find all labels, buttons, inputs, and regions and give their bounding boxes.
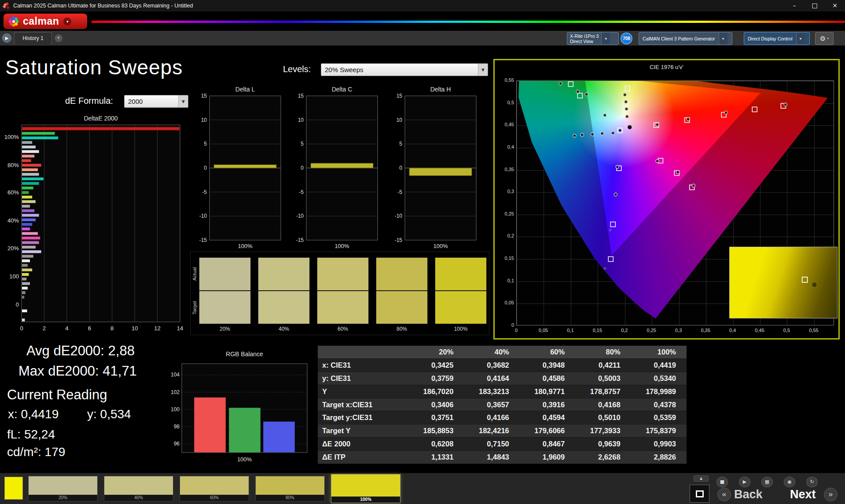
chevron-down-icon[interactable]: ▾ — [601, 33, 610, 44]
svg-text:2: 2 — [43, 325, 46, 332]
svg-text:20%: 20% — [7, 245, 19, 252]
table-row-label: Target y:CIE31 — [318, 411, 408, 424]
chevron-down-icon: ▾ — [827, 37, 829, 40]
table-cell: 0,4166 — [464, 411, 519, 424]
cie-ytick-label: 0,3 — [496, 189, 514, 194]
close-button[interactable]: × — [825, 0, 845, 11]
svg-text:80%: 80% — [7, 162, 19, 168]
svg-text:60%: 60% — [7, 189, 19, 196]
svg-text:RGB Balance: RGB Balance — [226, 351, 263, 358]
table-header: 40% — [464, 346, 519, 359]
delta-l-svg: Delta L151050-5-10-15100% — [194, 85, 287, 253]
table-cell: 2,8826 — [631, 450, 687, 464]
saturation-swatch-20%: 20% — [199, 257, 251, 333]
svg-text:15: 15 — [201, 93, 207, 99]
calman-logo[interactable]: calman ▾ — [4, 14, 87, 29]
save-button[interactable]: ▦ — [761, 477, 773, 487]
patch-button-60%[interactable]: 60% — [180, 476, 249, 501]
maximize-button[interactable]: □ — [805, 0, 825, 11]
patch-color — [104, 476, 173, 495]
cie-inset-markers-svg — [730, 247, 837, 318]
patch-button-40%[interactable]: 40% — [104, 476, 173, 501]
layout-square-icon — [696, 490, 704, 497]
patch-label: 20% — [29, 495, 97, 501]
back-button[interactable]: Back — [734, 488, 763, 501]
patch-label: 100% — [331, 497, 400, 503]
cie-ytick-label: 0 — [496, 322, 514, 328]
logo-bar: calman ▾ — [0, 11, 845, 31]
target-swatch — [258, 291, 310, 324]
table-cell: 185,8853 — [408, 424, 464, 438]
svg-text:96: 96 — [174, 441, 180, 447]
table-cell: 0,4211 — [575, 359, 631, 372]
play-button[interactable]: ▶ — [739, 477, 750, 487]
svg-text:-15: -15 — [296, 237, 304, 243]
minimize-button[interactable]: – — [784, 0, 805, 11]
add-tab-button[interactable]: + — [55, 34, 62, 42]
display-control-dropdown[interactable]: Direct Display Control ▾ — [744, 32, 810, 45]
table-header — [318, 346, 408, 359]
patch-button-100%[interactable]: 100% — [331, 474, 400, 503]
svg-text:0: 0 — [20, 325, 23, 332]
table-cell: 182,4216 — [464, 424, 519, 438]
svg-text:Delta H: Delta H — [430, 86, 451, 93]
saturation-swatch-40%: 40% — [258, 257, 310, 333]
meter-dropdown[interactable]: X-Rite i1Pro 3 Direct View ▾ — [567, 32, 619, 45]
cie-xtick-label: 0,45 — [755, 328, 764, 333]
current-reading-title: Current Reading — [7, 387, 107, 403]
tab-history-1[interactable]: History 1 — [14, 32, 52, 45]
target-swatch — [376, 291, 428, 324]
table-cell: 0,3425 — [408, 359, 464, 372]
measure-button[interactable]: ◉ — [784, 477, 795, 487]
layout-toggle-button[interactable] — [690, 485, 709, 503]
display-control-label: Direct Display Control — [744, 36, 796, 41]
stop-button[interactable]: ■ — [716, 477, 728, 487]
table-cell: 180,9771 — [520, 385, 575, 398]
window-title: Calman 2025 Calman Ultimate for Business… — [13, 3, 193, 9]
svg-text:10: 10 — [298, 117, 304, 123]
svg-text:15: 15 — [397, 93, 403, 99]
de-formula-dropdown[interactable]: 2000 ▼ — [124, 95, 188, 108]
svg-text:0: 0 — [399, 165, 402, 171]
target-swatch — [199, 291, 251, 324]
svg-text:98: 98 — [174, 424, 180, 430]
svg-text:Delta L: Delta L — [235, 86, 255, 93]
svg-text:100%: 100% — [238, 243, 253, 249]
cie-xtick-label: 0,1 — [567, 328, 573, 333]
svg-text:12: 12 — [154, 325, 160, 332]
svg-text:DeltaE 2000: DeltaE 2000 — [84, 115, 118, 122]
meter-badge: 708 — [621, 33, 632, 44]
loop-button[interactable]: ↻ — [806, 477, 818, 487]
chevron-down-icon[interactable]: ▾ — [719, 33, 727, 44]
title-bar: Calman 2025 Calman Ultimate for Business… — [0, 0, 845, 11]
next-button[interactable]: Next — [790, 488, 816, 501]
logo-dropdown-icon[interactable]: ▾ — [63, 18, 71, 26]
table-row: ΔE 20000,62080,71500,84670,96390,9903 — [318, 438, 687, 451]
bottom-bar: 20%40%60%80%100% ▲ ■▶▦◉↻ « Back Next » — [0, 473, 845, 504]
window-controls: – □ × — [784, 0, 845, 11]
calman-logo-text: calman — [23, 15, 59, 27]
settings-button[interactable]: ⚙ ▾ — [815, 32, 834, 45]
de-formula-label: dE Formula: — [65, 96, 113, 106]
svg-text:100%: 100% — [237, 456, 252, 463]
chevron-down-icon[interactable]: ▾ — [796, 33, 805, 44]
patch-button-80%[interactable]: 80% — [255, 476, 325, 501]
history-nav-arrow[interactable]: ▶ — [2, 33, 11, 43]
pattern-generator-dropdown[interactable]: CalMAN Client 3 Pattern Generator ▾ — [639, 32, 732, 45]
collapse-up-button[interactable]: ▲ — [694, 475, 709, 482]
target-swatch — [317, 291, 369, 324]
cie-zoom-inset — [729, 247, 838, 318]
reading-x: x: 0,4419 — [8, 407, 59, 421]
svg-text:14: 14 — [177, 325, 183, 332]
svg-text:104: 104 — [171, 372, 180, 378]
svg-text:100: 100 — [171, 406, 180, 413]
patch-button-20%[interactable]: 20% — [28, 476, 98, 501]
patch-label: 40% — [104, 495, 173, 501]
cie-xtick-label: 0,3 — [675, 328, 682, 333]
next-chevron-button[interactable]: » — [824, 488, 838, 501]
svg-text:8: 8 — [110, 325, 114, 332]
table-cell: 0,5340 — [631, 372, 687, 385]
cie-ytick-label: 0,55 — [496, 77, 514, 83]
back-chevron-button[interactable]: « — [717, 488, 731, 501]
levels-dropdown[interactable]: 20% Sweeps ▼ — [321, 63, 488, 76]
